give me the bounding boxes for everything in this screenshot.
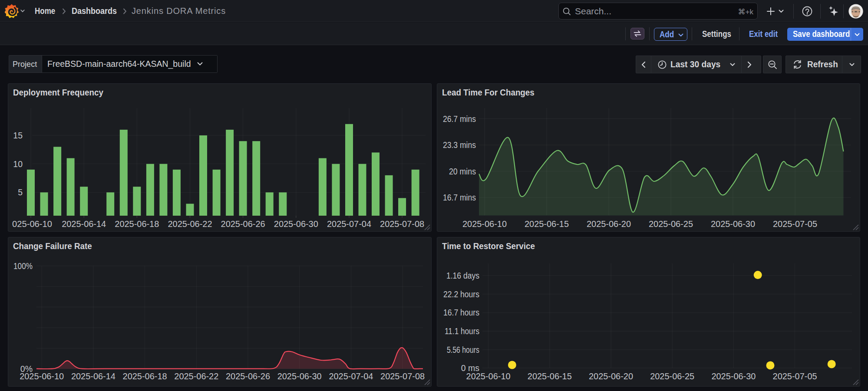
svg-text:15: 15: [13, 131, 23, 140]
svg-text:2025-06-10: 2025-06-10: [466, 371, 511, 381]
svg-text:2025-06-26: 2025-06-26: [221, 219, 265, 229]
svg-text:2025-06-10: 2025-06-10: [462, 219, 507, 229]
svg-text:16.7 hours: 16.7 hours: [443, 308, 479, 317]
svg-text:2025-06-30: 2025-06-30: [277, 371, 322, 381]
svg-text:025-06-10: 025-06-10: [12, 219, 52, 229]
svg-text:2025-06-10: 2025-06-10: [20, 371, 64, 381]
svg-text:2025-06-15: 2025-06-15: [525, 219, 569, 229]
svg-text:2025-07-04: 2025-07-04: [327, 219, 371, 229]
svg-text:100%: 100%: [13, 261, 33, 271]
svg-text:2025-06-25: 2025-06-25: [650, 371, 694, 381]
svg-text:2025-06-22: 2025-06-22: [168, 219, 212, 229]
svg-text:1.16 days: 1.16 days: [446, 271, 479, 280]
svg-text:22.2 hours: 22.2 hours: [443, 289, 479, 299]
svg-text:2025-06-14: 2025-06-14: [71, 371, 116, 381]
svg-text:11.1 hours: 11.1 hours: [445, 326, 479, 336]
svg-text:2025-07-08: 2025-07-08: [380, 371, 425, 381]
svg-text:2025-06-18: 2025-06-18: [123, 371, 167, 381]
svg-text:2025-06-20: 2025-06-20: [587, 219, 631, 229]
svg-text:2025-06-25: 2025-06-25: [649, 219, 693, 229]
svg-text:2025-06-30: 2025-06-30: [274, 219, 318, 229]
svg-text:2025-06-22: 2025-06-22: [174, 371, 218, 381]
svg-text:2025-06-18: 2025-06-18: [115, 219, 159, 229]
svg-text:2025-06-15: 2025-06-15: [528, 371, 572, 381]
svg-text:26.7 mins: 26.7 mins: [443, 114, 476, 124]
svg-text:2025-07-05: 2025-07-05: [773, 371, 817, 381]
svg-text:2025-06-20: 2025-06-20: [589, 371, 633, 381]
svg-text:2025-06-30: 2025-06-30: [711, 219, 755, 229]
svg-text:10: 10: [13, 159, 23, 169]
svg-text:5.56 hours: 5.56 hours: [447, 345, 479, 355]
svg-text:23.3 mins: 23.3 mins: [443, 140, 476, 150]
svg-text:16.7 mins: 16.7 mins: [443, 193, 476, 202]
svg-text:2025-07-05: 2025-07-05: [773, 219, 817, 229]
svg-text:20 mins: 20 mins: [449, 167, 476, 176]
svg-text:2025-06-26: 2025-06-26: [226, 371, 270, 381]
svg-text:2025-07-08: 2025-07-08: [380, 219, 424, 229]
svg-text:5: 5: [18, 187, 23, 197]
svg-text:2025-07-04: 2025-07-04: [329, 371, 373, 381]
svg-text:2025-06-30: 2025-06-30: [711, 371, 756, 381]
svg-text:2025-06-14: 2025-06-14: [62, 219, 106, 229]
